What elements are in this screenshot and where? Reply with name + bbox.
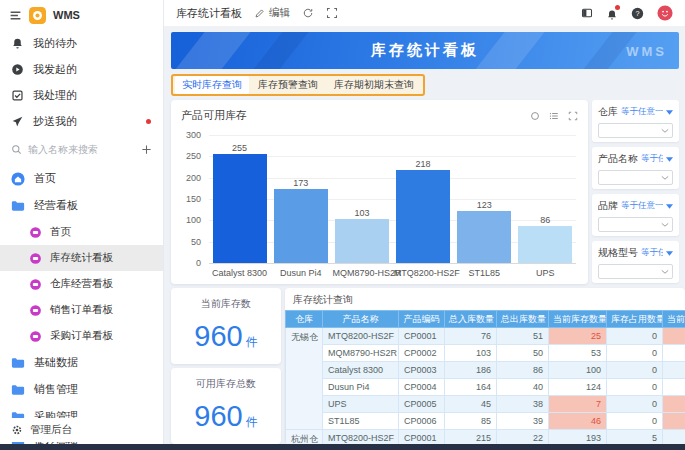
send-icon <box>11 115 24 128</box>
table-cell: 53 <box>549 345 607 362</box>
y-tick-label: 250 <box>186 151 201 161</box>
sidebar-item-cc[interactable]: 抄送我的 <box>0 108 163 134</box>
table-cell: 85 <box>445 413 497 430</box>
tab-period[interactable]: 库存期初期末查询 <box>327 76 421 94</box>
sidebar-item-biz-board[interactable]: 经营看板 <box>0 192 163 219</box>
x-tick-label: ST1L85 <box>455 268 514 278</box>
y-tick-label: 200 <box>186 173 201 183</box>
table-column-header: 总出库数量 <box>497 311 549 328</box>
banner-decoration <box>242 32 318 69</box>
chart-detail-list-icon[interactable] <box>549 111 559 121</box>
chart-refresh-icon[interactable] <box>530 111 540 121</box>
tab-realtime[interactable]: 实时库存查询 <box>175 76 249 94</box>
hamburger-menu-icon[interactable] <box>9 9 22 22</box>
avatar[interactable] <box>657 5 673 21</box>
sidebar-item-home-sub[interactable]: 首页 <box>0 219 163 245</box>
filter-operator-dropdown[interactable]: 等于任... <box>641 153 663 165</box>
table-cell: 76 <box>445 328 497 345</box>
table-cell: 0 <box>607 379 663 396</box>
table-cell: 45 <box>445 396 497 413</box>
x-tick-label: Catalyst 8300 <box>210 268 269 278</box>
app-logo <box>29 7 46 24</box>
sidebar-item-base-data[interactable]: 基础数据 <box>0 349 163 376</box>
sidebar-item-todo[interactable]: 我的待办 <box>0 30 163 56</box>
main-content: 库存统计看板 WMS 实时库存查询库存预警查询库存期初期末查询 产品可用库存 <box>164 27 685 444</box>
table-cell: 186 <box>445 362 497 379</box>
stat-unit: 件 <box>246 334 258 351</box>
table-cell: 46 <box>549 413 607 430</box>
sidebar-item-inventory-board[interactable]: 库存统计看板 <box>0 245 163 271</box>
x-tick-label: UPS <box>516 268 575 278</box>
available-stock-chart-card: 产品可用库存 300250200150100500 25517310321812… <box>171 100 588 284</box>
banner-decoration <box>171 32 260 69</box>
help-icon[interactable]: ? <box>631 7 644 20</box>
sidebar-item-sales-mgmt[interactable]: 销售管理 <box>0 376 163 403</box>
sidebar-item-sales-order-board[interactable]: 销售订单看板 <box>0 297 163 323</box>
pencil-icon <box>254 8 265 19</box>
stat-label: 可用库存总数 <box>171 368 281 391</box>
table-cell: 51 <box>497 328 549 345</box>
table-cell: CP0004 <box>399 379 445 396</box>
wms-app: WMS 我的待办我发起的我处理的抄送我的 首页经营看板首页库存统计看板仓库经营看… <box>0 0 685 450</box>
sidebar-item-label: 基础数据 <box>34 355 78 370</box>
table-cell: 25 <box>549 328 607 345</box>
edit-label: 编辑 <box>269 6 290 20</box>
refresh-icon[interactable] <box>302 7 314 19</box>
caret-down-icon[interactable] <box>666 204 673 209</box>
caret-down-icon[interactable] <box>666 157 673 162</box>
caret-down-icon[interactable] <box>666 251 673 256</box>
app-name: WMS <box>53 9 80 21</box>
table-row: MQM8790-HS2RCP000210350530 <box>286 345 685 362</box>
chart-bar <box>396 170 450 263</box>
search-input[interactable] <box>28 144 135 155</box>
add-icon[interactable] <box>141 144 152 155</box>
filter-value-select[interactable] <box>598 123 673 138</box>
fullscreen-icon[interactable] <box>326 7 338 19</box>
table-cell: MTQ8200-HS2F <box>323 430 399 445</box>
dashboard-node-icon <box>29 304 42 317</box>
table-column-header: 当前可用数量 <box>663 311 685 328</box>
chart-bar-group: 218 <box>394 159 453 263</box>
sidebar-item-home[interactable]: 首页 <box>0 165 163 192</box>
chart-fullscreen-icon[interactable] <box>568 111 578 121</box>
table-cell: 0 <box>607 345 663 362</box>
sidebar-item-initiated[interactable]: 我发起的 <box>0 56 163 82</box>
stat-unit: 件 <box>246 414 258 431</box>
bar-value-label: 218 <box>416 159 431 169</box>
plot-area: 25517310321812386 <box>209 135 576 263</box>
filter-value-select[interactable] <box>598 217 673 232</box>
table-cell: CP0006 <box>399 413 445 430</box>
sidebar-item-purchase-order-board[interactable]: 采购订单看板 <box>0 323 163 349</box>
caret-down-icon[interactable] <box>666 110 673 115</box>
warehouse-cell: 无锡仓 <box>286 328 323 430</box>
sidebar-item-label: 我处理的 <box>33 88 77 103</box>
filter-value-select[interactable] <box>598 264 673 279</box>
bar-value-label: 255 <box>232 143 247 153</box>
table-cell: CP0003 <box>399 362 445 379</box>
notifications-button[interactable] <box>606 7 618 19</box>
table-row: ST1L85CP00068539460 <box>286 413 685 430</box>
layout-toggle-icon[interactable] <box>581 7 593 19</box>
table-row: Catalyst 8300CP0003186861000 <box>286 362 685 379</box>
filter-operator-dropdown[interactable]: 等于任... <box>641 247 663 259</box>
sidebar-item-label: 我发起的 <box>33 62 77 77</box>
sidebar-item-processed[interactable]: 我处理的 <box>0 82 163 108</box>
stat-label: 当前库存数 <box>171 288 281 311</box>
bell-icon <box>11 37 24 50</box>
sidebar-item-warehouse-board[interactable]: 仓库经营看板 <box>0 271 163 297</box>
filter-operator-dropdown[interactable]: 等于任意一... <box>621 200 663 212</box>
x-tick-label: Dusun Pi4 <box>271 268 330 278</box>
tab-warning[interactable]: 库存预警查询 <box>251 76 325 94</box>
y-tick-label: 150 <box>186 194 201 204</box>
table-cell: 215 <box>445 430 497 445</box>
table-column-header: 仓库 <box>286 311 323 328</box>
table-cell: MQM8790-HS2R <box>323 345 399 362</box>
table-cell <box>663 379 685 396</box>
edit-button[interactable]: 编辑 <box>254 6 290 20</box>
filter-value-select[interactable] <box>598 170 673 185</box>
table-cell: 50 <box>497 345 549 362</box>
chart-bar <box>518 226 572 263</box>
admin-console-button[interactable]: 管理后台 <box>0 418 163 442</box>
sidebar-item-label: 首页 <box>34 171 56 186</box>
filter-operator-dropdown[interactable]: 等于任意一... <box>621 106 663 118</box>
